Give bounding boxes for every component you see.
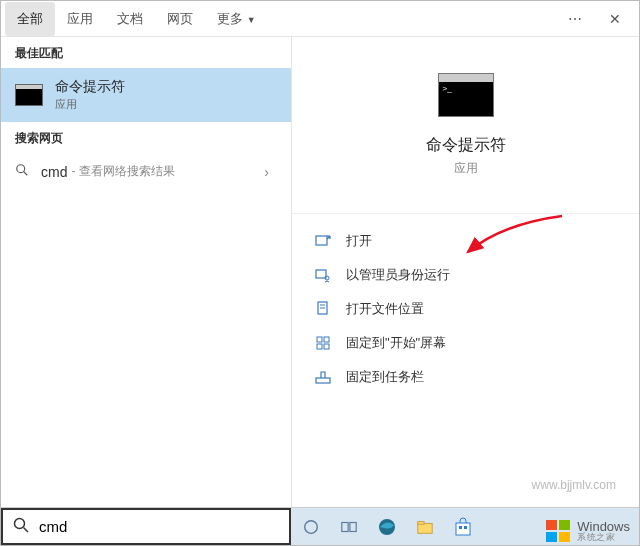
action-pin-taskbar[interactable]: 固定到任务栏 [292,360,639,394]
svg-rect-16 [342,522,348,531]
svg-rect-21 [456,523,470,535]
search-icon [15,163,35,180]
chevron-right-icon: › [264,164,277,180]
pin-taskbar-icon [314,369,332,385]
svg-rect-12 [316,378,330,383]
search-web-header: 搜索网页 [1,122,291,153]
svg-point-15 [305,520,318,533]
action-open[interactable]: 打开 [292,224,639,258]
tab-docs[interactable]: 文档 [105,2,155,36]
svg-rect-22 [459,526,462,529]
best-match-item[interactable]: 命令提示符 应用 [1,68,291,122]
svg-rect-8 [317,337,322,342]
action-pin-start[interactable]: 固定到"开始"屏幕 [292,326,639,360]
results-pane: 最佳匹配 命令提示符 应用 搜索网页 cmd - 查看网络搜索结果 › [1,37,291,507]
action-open-location[interactable]: 打开文件位置 [292,292,639,326]
actions-list: 打开 以管理员身份运行 打开文件位置 固定到"开始"屏幕 固定到任务栏 [292,213,639,394]
close-button[interactable]: ✕ [595,11,635,27]
tab-apps[interactable]: 应用 [55,2,105,36]
svg-rect-2 [316,236,327,245]
best-match-subtitle: 应用 [55,97,125,112]
pin-start-icon [314,335,332,351]
cmd-icon-large [438,73,494,117]
edge-icon[interactable] [375,515,399,539]
store-icon[interactable] [451,515,475,539]
tab-web[interactable]: 网页 [155,2,205,36]
explorer-icon[interactable] [413,515,437,539]
svg-rect-3 [316,270,326,278]
search-icon [3,517,39,536]
svg-point-0 [17,165,25,173]
more-options-button[interactable]: ⋯ [555,11,595,27]
cmd-icon [15,84,43,106]
search-input[interactable] [39,510,289,543]
web-search-item[interactable]: cmd - 查看网络搜索结果 › [1,153,291,190]
svg-rect-19 [418,523,432,533]
best-match-header: 最佳匹配 [1,37,291,68]
svg-rect-17 [350,522,356,531]
folder-icon [314,301,332,317]
task-view-icon[interactable] [337,515,361,539]
action-run-admin[interactable]: 以管理员身份运行 [292,258,639,292]
open-icon [314,233,332,249]
svg-rect-9 [324,337,329,342]
tab-all[interactable]: 全部 [5,2,55,36]
admin-icon [314,267,332,283]
search-input-container[interactable] [1,508,291,545]
best-match-title: 命令提示符 [55,78,125,96]
svg-rect-23 [464,526,467,529]
svg-line-14 [24,528,29,533]
filter-tabs: 全部 应用 文档 网页 更多 ▼ ⋯ ✕ [1,1,639,37]
preview-title: 命令提示符 [426,135,506,156]
preview-pane: 命令提示符 应用 打开 以管理员身份运行 打开文件位置 [291,37,639,507]
svg-rect-20 [418,521,424,524]
cortana-icon[interactable] [299,515,323,539]
tab-more[interactable]: 更多 ▼ [205,2,268,36]
svg-point-13 [15,519,25,529]
taskbar-icons [291,508,639,545]
preview-subtitle: 应用 [454,160,478,177]
search-bar [1,507,639,545]
svg-rect-10 [317,344,322,349]
svg-rect-11 [324,344,329,349]
svg-line-1 [24,172,28,176]
